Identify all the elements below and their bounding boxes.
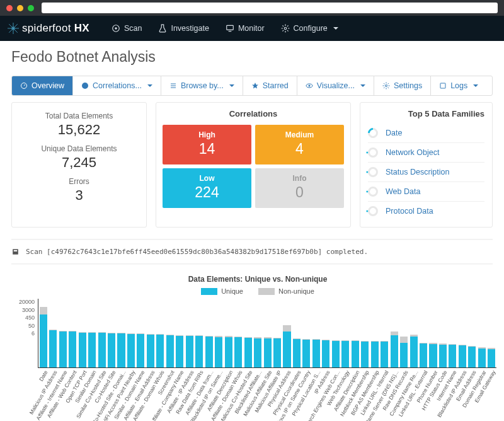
bar-column[interactable]: Affiliate - IP Address (185, 299, 194, 367)
bar-column[interactable]: Physical Address (282, 299, 292, 367)
bar-column[interactable]: Date (38, 299, 48, 367)
bar-column[interactable]: Email Address (467, 299, 477, 367)
url-bar[interactable] (42, 3, 498, 13)
window-maximize-icon[interactable] (28, 5, 34, 11)
bar-column[interactable]: Blacklisted IP on Same... (214, 299, 223, 367)
bar-column[interactable]: Affiliate - Domain Whois (156, 299, 165, 367)
bar-unique (312, 340, 320, 367)
bar-column[interactable]: BGP AS Membership (370, 299, 379, 367)
app-logo[interactable]: spiderfoot HX (8, 22, 89, 35)
bar-column[interactable]: Affiliate - Domain Whois (233, 299, 243, 367)
bar-column[interactable]: Linked URL - Internal (379, 299, 389, 367)
tab-overview[interactable]: Overview (12, 76, 73, 95)
tab-logs[interactable]: Logs (431, 76, 486, 95)
nav-items: Scan Investigate Monitor Configure (103, 16, 346, 41)
nav-investigate[interactable]: Investigate (150, 16, 217, 41)
bar-column[interactable]: Open TCP Port (77, 299, 87, 367)
bar-column[interactable]: WiFi Access Point Nearby (126, 299, 135, 367)
bar-column[interactable]: Affiliate Description (224, 299, 233, 367)
nav-scan[interactable]: Scan (103, 16, 151, 41)
family-link[interactable]: Protocol Data (386, 207, 433, 216)
tab-settings[interactable]: Settings (374, 76, 431, 95)
bar-column[interactable]: Similar - Domain Name (136, 299, 146, 367)
family-row[interactable]: Protocol Data (368, 201, 484, 221)
family-row[interactable]: Date (368, 124, 484, 142)
bar-column[interactable]: Search Engines Web Con... (331, 299, 340, 367)
bar-column[interactable]: Co-Hosted Site - Domai... (117, 299, 126, 367)
bar-column[interactable]: Malicious Affiliate IP (272, 299, 282, 367)
tile-info[interactable]: Info 0 (255, 168, 344, 208)
legend-nonunique[interactable]: Non-unique (258, 287, 314, 295)
bar-column[interactable]: Physical Coordinates (292, 299, 301, 367)
bar-column[interactable]: Netblock Membership (360, 299, 370, 367)
bar-unique (264, 338, 272, 367)
bar-column[interactable]: Affiliate - Internet Name (58, 299, 67, 367)
nav-monitor[interactable]: Monitor (217, 16, 273, 41)
tile-medium[interactable]: Medium 4 (255, 125, 344, 164)
bar-column[interactable]: Malicious IP Address (49, 299, 58, 367)
window-close-icon[interactable] (6, 5, 13, 11)
bar-column[interactable]: Affiliate - Web Content (67, 299, 77, 367)
bar-column[interactable]: Raw DNS Records (399, 299, 408, 367)
legend-unique[interactable]: Unique (201, 287, 243, 295)
family-link[interactable]: Date (386, 129, 402, 137)
bar-column[interactable]: Linked URL - External (418, 299, 428, 367)
bar-column[interactable]: Blacklisted Affiliate... (253, 299, 262, 367)
tab-visualize-label: Visualize... (317, 81, 355, 90)
nav-configure[interactable]: Configure (273, 16, 346, 41)
family-link[interactable]: Network Object (386, 148, 439, 157)
bar-column[interactable]: Blacklisted IP Address (457, 299, 467, 367)
donut-icon (366, 165, 381, 180)
bar-column[interactable]: Raw Data from RIRs (195, 299, 204, 367)
bar-column[interactable]: Similar Domain (87, 299, 96, 367)
gear-icon (281, 24, 290, 33)
bar-column[interactable]: Screenshot (165, 299, 175, 367)
bar-column[interactable]: Affiliate - Data from... (204, 299, 214, 367)
bar-column[interactable]: Email Gateway (487, 299, 496, 367)
bar-unique (49, 330, 57, 367)
bar-column[interactable]: Malicious Co-Hosted Site (243, 299, 253, 367)
bar-column[interactable]: HTTP Status Code (438, 299, 447, 367)
tile-low[interactable]: Low 224 (163, 168, 251, 208)
tab-browse[interactable]: Browse by... (161, 76, 243, 95)
tile-high[interactable]: High 14 (163, 125, 251, 164)
bar-column[interactable]: Malicious IP on Same Country (302, 299, 311, 367)
bar-unique (468, 347, 476, 367)
svg-rect-16 (13, 249, 18, 255)
bar-column[interactable]: Web Technology (341, 299, 350, 367)
tile-medium-label: Medium (258, 130, 341, 139)
tile-medium-value: 4 (258, 141, 341, 158)
bar-column[interactable]: IP Address (321, 299, 331, 367)
svg-rect-17 (14, 250, 17, 251)
tab-correlations[interactable]: Correlations... (73, 76, 161, 95)
bar-column[interactable]: Name Server (DNS NS)... (389, 299, 399, 367)
tab-visualize[interactable]: Visualize... (297, 76, 374, 95)
family-row[interactable]: Network Object (368, 142, 484, 162)
tab-starred[interactable]: Starred (243, 76, 297, 95)
bar-unique (234, 337, 242, 367)
bar-column[interactable]: Physical Location S... (311, 299, 321, 367)
bar-column[interactable]: Company Name Re... (409, 299, 418, 367)
dashboard-icon (20, 82, 28, 89)
bar-column[interactable]: Similar Co-Hosted Site (97, 299, 106, 367)
bar-column[interactable]: Domain Registrar (477, 299, 486, 367)
dashboard-row: Total Data Elements 15,622 Unique Data E… (0, 101, 504, 235)
svg-rect-15 (440, 83, 445, 88)
bar-column[interactable]: Affiliate - Email Address (146, 299, 155, 367)
bar-column[interactable]: Phone Number (428, 299, 438, 367)
bar-column[interactable]: Internet Name (448, 299, 457, 367)
window-minimize-icon[interactable] (17, 5, 23, 11)
family-row[interactable]: Status Description (368, 162, 484, 182)
bar-column[interactable]: Affiliate - Company Name (175, 299, 185, 367)
svg-point-9 (284, 27, 287, 30)
bar-column[interactable]: Affiliate Description (350, 299, 360, 367)
bar-column[interactable]: Malicious Affiliate Site (263, 299, 272, 367)
chevron-down-icon (473, 84, 478, 87)
bar-unique (40, 314, 47, 367)
family-link[interactable]: Status Description (386, 168, 449, 176)
bar-column[interactable]: Co-Hosted Site (106, 299, 116, 367)
family-row[interactable]: Web Data (368, 182, 484, 201)
family-link[interactable]: Web Data (386, 187, 420, 196)
tile-info-label: Info (258, 174, 341, 183)
y-tick: 450 (25, 314, 35, 321)
